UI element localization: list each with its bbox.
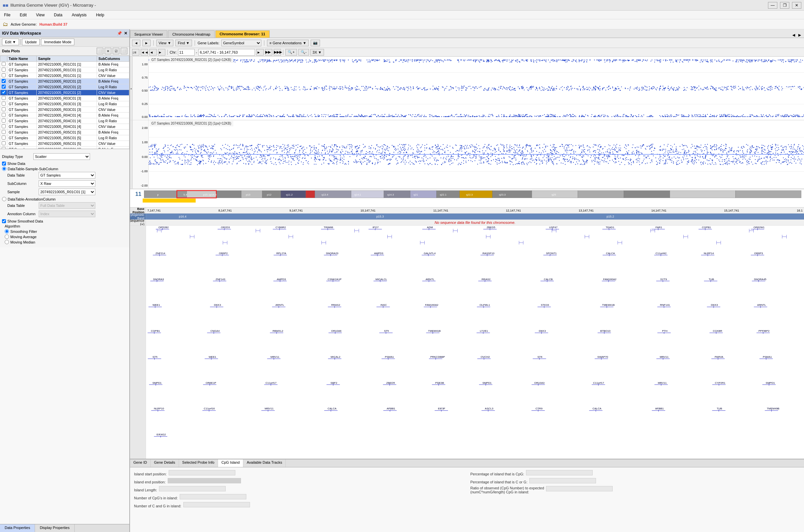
radio-moving-median[interactable] — [5, 240, 9, 244]
table-row[interactable]: GT Samples 207492210005_R01C01 [1] Log R… — [0, 67, 129, 73]
radio-sample-subcol[interactable] — [2, 167, 6, 171]
tab-chromosome-browser[interactable]: Chromosome Browser: 11 — [215, 30, 270, 38]
row-checkbox[interactable] — [2, 136, 6, 139]
row-checkbox[interactable] — [2, 119, 6, 122]
table-row[interactable]: GT Samples 207492210005_R06C01 [6] B All… — [0, 147, 129, 149]
table-row[interactable]: GT Samples 207492210005_R03C01 [3] B All… — [0, 96, 129, 101]
snapshot-btn[interactable]: 📷 — [311, 40, 320, 46]
igv-fwd-btn[interactable]: ► — [142, 40, 151, 46]
zoom-out-btn[interactable]: 🔍- — [298, 49, 309, 56]
nav-next-btn[interactable]: ► — [256, 49, 264, 56]
row-checkbox[interactable] — [2, 79, 6, 83]
tab-nav-left[interactable]: ◄ — [791, 32, 796, 38]
bp-tab-gene-details[interactable]: Gene Details — [151, 459, 179, 467]
num-cg-value — [183, 502, 250, 507]
uncheck-plot-icon[interactable]: ⬜ — [121, 48, 127, 54]
menu-data[interactable]: Data — [53, 12, 64, 18]
igv-back-btn[interactable]: ◄ — [132, 40, 140, 46]
row-checkbox[interactable] — [2, 107, 6, 111]
table-row[interactable]: GT Samples 207492210005_R02C01 [2] CNV V… — [0, 90, 129, 96]
subcol-select[interactable]: X Raw — [39, 180, 95, 187]
igv-view-btn[interactable]: View ▼ — [156, 40, 173, 46]
bp-tab-data-tracks[interactable]: Available Data Tracks — [243, 459, 286, 467]
row-checkbox[interactable] — [2, 68, 6, 72]
menu-view[interactable]: View — [35, 12, 46, 18]
tab-nav-right[interactable]: ► — [797, 32, 802, 38]
chr-input[interactable] — [178, 49, 195, 56]
radio-annotation-col[interactable] — [2, 197, 6, 201]
svg-rect-15 — [578, 191, 624, 198]
row-checkbox[interactable] — [2, 90, 6, 94]
tab-data-properties[interactable]: Data Properties — [0, 524, 35, 532]
nav-prev-btn[interactable]: ◄ — [149, 49, 157, 56]
nav-next-next-btn[interactable]: ▶▶ — [265, 49, 272, 56]
panel-close-icon[interactable]: ✕ — [124, 31, 127, 36]
row-checkbox[interactable] — [2, 62, 6, 66]
radio-smoothing-filter[interactable] — [5, 229, 9, 233]
row-checkbox[interactable] — [2, 124, 6, 128]
table-row[interactable]: GT Samples 207492210005_R05C01 [5] B All… — [0, 130, 129, 135]
tab-display-properties[interactable]: Display Properties — [35, 524, 74, 532]
table-row[interactable]: GT Samples 207492210005_R03C01 [3] CNV V… — [0, 107, 129, 113]
svg-rect-16 — [624, 191, 670, 198]
menu-help[interactable]: Help — [95, 12, 106, 18]
radio-moving-average[interactable] — [5, 234, 9, 239]
bp-tab-cpg-island[interactable]: CpG Island — [218, 459, 243, 467]
immediate-mode-button[interactable]: Immediate Mode — [41, 39, 74, 45]
table-row[interactable]: GT Samples 207492210005_R01C01 [1] B All… — [0, 62, 129, 67]
display-type-select[interactable]: Scatter Line Bar — [33, 153, 90, 160]
table-row[interactable]: GT Samples 207492210005_R04C01 [4] B All… — [0, 113, 129, 118]
gene-labels-select[interactable]: GeneSymbol — [221, 40, 261, 46]
row-checkbox[interactable] — [2, 113, 6, 117]
update-button[interactable]: Update — [22, 39, 40, 45]
nav-next-next-next-btn[interactable]: ▶▶▶ — [274, 49, 281, 56]
pos-input[interactable] — [198, 49, 255, 56]
igv-find-btn[interactable]: Find ▼ — [175, 40, 192, 46]
zoom-level-btn[interactable]: 3X ▼ — [310, 49, 324, 56]
window-controls[interactable]: — ❐ ✕ — [768, 2, 801, 9]
y-label-200: 2.00 — [133, 126, 148, 130]
data-table2-select[interactable]: Full Data Table — [39, 202, 95, 209]
row-checkbox[interactable] — [2, 141, 6, 145]
algorithm-label: Algorithm — [5, 224, 127, 228]
close-button[interactable]: ✕ — [792, 2, 801, 9]
menu-analysis[interactable]: Analysis — [70, 12, 88, 18]
table-row[interactable]: GT Samples 207492210005_R02C01 [2] B All… — [0, 79, 129, 84]
row-checkbox[interactable] — [2, 84, 6, 89]
show-data-checkbox[interactable] — [2, 162, 6, 166]
row-checkbox[interactable] — [2, 73, 6, 77]
sort-btn[interactable]: ↕≡ — [132, 49, 139, 56]
table-row[interactable]: GT Samples 207492210005_R04C01 [4] Log R… — [0, 118, 129, 124]
nav-prev-prev-btn[interactable]: ◄◄ — [141, 49, 148, 56]
tab-chromosome-heatmap[interactable]: Chromosome Heatmap — [168, 30, 215, 38]
delete-plot-icon[interactable]: ✕ — [105, 48, 111, 54]
table-row[interactable]: GT Samples 207492210005_R03C01 [3] Log R… — [0, 101, 129, 107]
minimize-button[interactable]: — — [768, 2, 777, 9]
bp-tab-probe-info[interactable]: Selected Probe Info — [179, 459, 218, 467]
maximize-button[interactable]: ❐ — [780, 2, 789, 9]
gene-annotations-btn[interactable]: ≡ Gene Annotations ▼ — [267, 40, 309, 46]
menu-edit[interactable]: Edit — [18, 12, 28, 18]
row-checkbox[interactable] — [2, 130, 6, 134]
data-table-select[interactable]: GT Samples — [39, 172, 95, 178]
table-row[interactable]: GT Samples 207492210005_R01C01 [1] CNV V… — [0, 73, 129, 79]
zoom-in-btn[interactable]: 🔍+ — [285, 49, 297, 56]
check-plot-icon[interactable]: ☑ — [113, 48, 119, 54]
menu-file[interactable]: File — [3, 12, 12, 18]
show-smoothed-checkbox[interactable] — [2, 219, 6, 223]
annotation-col-select[interactable]: Index — [39, 211, 95, 217]
table-row[interactable]: GT Samples 207492210005_R05C01 [5] Log R… — [0, 135, 129, 141]
new-plot-icon[interactable]: ⬜ — [97, 48, 103, 54]
row-checkbox[interactable] — [2, 96, 6, 100]
row-checkbox[interactable] — [2, 101, 6, 106]
table-row[interactable]: GT Samples 207492210005_R04C01 [4] CNV V… — [0, 124, 129, 130]
nav-play-btn[interactable]: ► — [158, 49, 165, 56]
panel-pin-icon[interactable]: 📌 — [117, 31, 122, 36]
table-row[interactable]: GT Samples 207492210005_R02C01 [2] Log R… — [0, 84, 129, 90]
row-sample: 207492210005_R02C01 [2] — [37, 90, 97, 96]
table-row[interactable]: GT Samples 207492210005_R05C01 [5] CNV V… — [0, 141, 129, 147]
sample-select[interactable]: 207492210005_R01C01 [1] — [39, 189, 95, 195]
tab-sequence-viewer[interactable]: Sequence Viewer — [130, 30, 167, 38]
edit-dropdown-button[interactable]: Edit ▼ — [2, 39, 19, 45]
bp-tab-gene-id[interactable]: Gene ID — [130, 459, 151, 467]
